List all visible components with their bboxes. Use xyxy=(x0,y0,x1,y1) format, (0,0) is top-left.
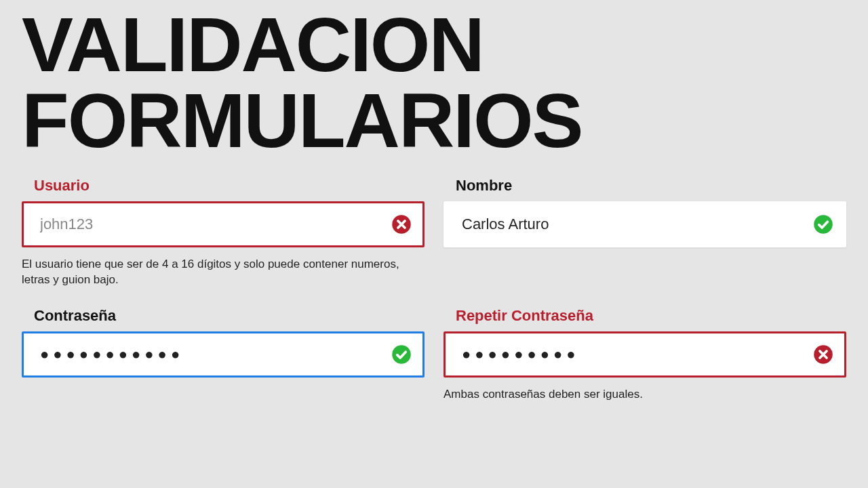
input-contrasena[interactable]: ●●●●●●●●●●● xyxy=(22,331,425,378)
label-nombre: Nombre xyxy=(456,177,846,195)
headline-line-1: VALIDACION xyxy=(22,1,484,87)
input-nombre-text: Carlos Arturo xyxy=(462,216,549,233)
check-icon xyxy=(813,214,833,235)
input-usuario[interactable]: john123 xyxy=(22,201,425,247)
check-icon xyxy=(391,344,412,365)
svg-point-1 xyxy=(814,216,833,235)
input-usuario-text: john123 xyxy=(40,216,93,233)
label-repetir-contrasena: Repetir Contraseña xyxy=(456,307,846,325)
error-icon xyxy=(813,344,833,365)
error-icon xyxy=(391,214,412,235)
label-usuario: Usuario xyxy=(34,177,425,195)
input-repetir-contrasena-text: ●●●●●●●●● xyxy=(462,346,580,363)
label-contrasena: Contraseña xyxy=(34,307,425,325)
field-contrasena: Contraseña ●●●●●●●●●●● xyxy=(22,307,425,378)
input-nombre[interactable]: Carlos Arturo xyxy=(443,201,846,247)
headline-line-2: FORMULARIOS xyxy=(22,77,583,163)
form-grid: Usuario john123 El usuario tiene que ser… xyxy=(22,177,846,403)
input-contrasena-text: ●●●●●●●●●●● xyxy=(40,346,184,363)
hint-repetir-contrasena: Ambas contraseñas deben ser iguales. xyxy=(443,387,823,403)
input-repetir-contrasena[interactable]: ●●●●●●●●● xyxy=(443,331,846,378)
page-headline: VALIDACION FORMULARIOS xyxy=(22,7,846,158)
svg-point-2 xyxy=(392,346,411,365)
field-nombre: Nombre Carlos Arturo xyxy=(443,177,846,247)
field-usuario: Usuario john123 El usuario tiene que ser… xyxy=(22,177,425,288)
hint-usuario: El usuario tiene que ser de 4 a 16 dígit… xyxy=(22,257,401,288)
field-repetir-contrasena: Repetir Contraseña ●●●●●●●●● Ambas contr… xyxy=(443,307,846,403)
